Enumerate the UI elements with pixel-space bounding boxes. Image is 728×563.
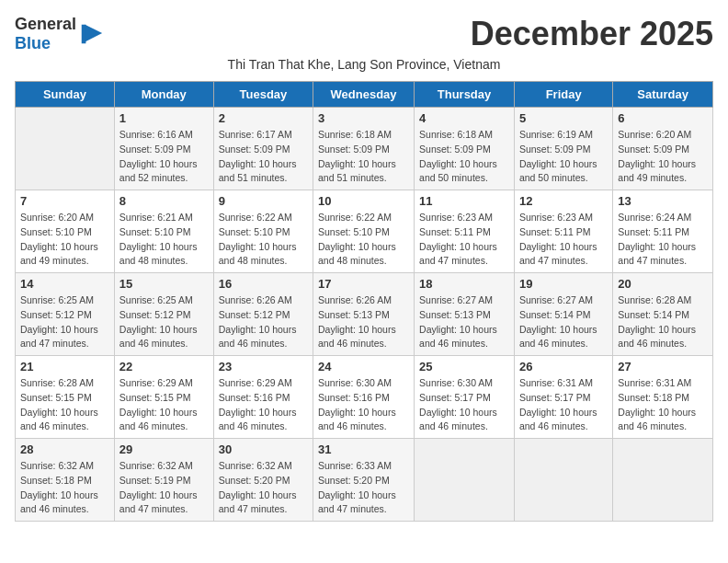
day-number: 31 <box>318 442 409 456</box>
logo-icon <box>78 21 104 47</box>
calendar-week-row: 21Sunrise: 6:28 AMSunset: 5:15 PMDayligh… <box>16 356 713 439</box>
calendar-cell: 20Sunrise: 6:28 AMSunset: 5:14 PMDayligh… <box>613 273 713 356</box>
calendar-week-row: 14Sunrise: 6:25 AMSunset: 5:12 PMDayligh… <box>16 273 713 356</box>
day-detail: Sunrise: 6:16 AMSunset: 5:09 PMDaylight:… <box>119 128 209 186</box>
day-number: 23 <box>219 360 308 373</box>
calendar-cell: 8Sunrise: 6:21 AMSunset: 5:10 PMDaylight… <box>114 190 213 273</box>
day-number: 27 <box>618 360 708 373</box>
month-title: December 2025 <box>471 15 713 53</box>
calendar-cell: 3Sunrise: 6:18 AMSunset: 5:09 PMDaylight… <box>313 108 415 190</box>
svg-rect-1 <box>82 25 86 44</box>
day-detail: Sunrise: 6:25 AMSunset: 5:12 PMDaylight:… <box>119 293 209 351</box>
day-number: 13 <box>618 194 708 208</box>
day-number: 26 <box>519 360 608 373</box>
calendar-cell: 18Sunrise: 6:27 AMSunset: 5:13 PMDayligh… <box>415 273 515 356</box>
day-detail: Sunrise: 6:27 AMSunset: 5:13 PMDaylight:… <box>419 293 509 351</box>
day-number: 11 <box>419 194 509 208</box>
calendar-cell: 6Sunrise: 6:20 AMSunset: 5:09 PMDaylight… <box>613 108 713 190</box>
day-detail: Sunrise: 6:21 AMSunset: 5:10 PMDaylight:… <box>119 211 209 269</box>
calendar-table: SundayMondayTuesdayWednesdayThursdayFrid… <box>15 81 713 522</box>
day-detail: Sunrise: 6:30 AMSunset: 5:16 PMDaylight:… <box>318 376 409 434</box>
calendar-cell: 1Sunrise: 6:16 AMSunset: 5:09 PMDaylight… <box>114 108 213 190</box>
calendar-cell: 9Sunrise: 6:22 AMSunset: 5:10 PMDaylight… <box>213 190 313 273</box>
calendar-cell: 10Sunrise: 6:22 AMSunset: 5:10 PMDayligh… <box>313 190 415 273</box>
calendar-cell <box>16 108 115 190</box>
subtitle: Thi Tran That Khe, Lang Son Province, Vi… <box>15 57 713 72</box>
calendar-cell: 31Sunrise: 6:33 AMSunset: 5:20 PMDayligh… <box>313 439 415 522</box>
day-number: 25 <box>419 360 509 373</box>
day-number: 10 <box>318 194 409 208</box>
day-detail: Sunrise: 6:20 AMSunset: 5:09 PMDaylight:… <box>618 128 708 186</box>
calendar-cell: 14Sunrise: 6:25 AMSunset: 5:12 PMDayligh… <box>16 273 115 356</box>
day-number: 8 <box>119 194 209 208</box>
day-number: 18 <box>419 277 509 291</box>
logo-text: General Blue <box>15 15 76 53</box>
calendar-week-row: 28Sunrise: 6:32 AMSunset: 5:18 PMDayligh… <box>16 439 713 522</box>
day-number: 28 <box>20 442 109 456</box>
calendar-week-row: 7Sunrise: 6:20 AMSunset: 5:10 PMDaylight… <box>16 190 713 273</box>
page-header: General Blue December 2025 <box>15 15 713 53</box>
day-number: 14 <box>20 277 109 291</box>
calendar-cell: 15Sunrise: 6:25 AMSunset: 5:12 PMDayligh… <box>114 273 213 356</box>
day-detail: Sunrise: 6:26 AMSunset: 5:12 PMDaylight:… <box>219 293 308 351</box>
day-number: 29 <box>119 442 209 456</box>
calendar-cell: 30Sunrise: 6:32 AMSunset: 5:20 PMDayligh… <box>213 439 313 522</box>
svg-marker-0 <box>85 25 103 42</box>
day-detail: Sunrise: 6:22 AMSunset: 5:10 PMDaylight:… <box>318 211 409 269</box>
day-detail: Sunrise: 6:29 AMSunset: 5:16 PMDaylight:… <box>219 376 308 434</box>
calendar-cell: 21Sunrise: 6:28 AMSunset: 5:15 PMDayligh… <box>16 356 115 439</box>
day-detail: Sunrise: 6:26 AMSunset: 5:13 PMDaylight:… <box>318 293 409 351</box>
day-detail: Sunrise: 6:29 AMSunset: 5:15 PMDaylight:… <box>119 376 209 434</box>
day-number: 12 <box>519 194 608 208</box>
calendar-cell: 23Sunrise: 6:29 AMSunset: 5:16 PMDayligh… <box>213 356 313 439</box>
calendar-cell <box>514 439 612 522</box>
day-detail: Sunrise: 6:22 AMSunset: 5:10 PMDaylight:… <box>219 211 308 269</box>
day-detail: Sunrise: 6:28 AMSunset: 5:14 PMDaylight:… <box>618 293 708 351</box>
logo-general: General <box>15 15 76 33</box>
day-detail: Sunrise: 6:24 AMSunset: 5:11 PMDaylight:… <box>618 211 708 269</box>
day-detail: Sunrise: 6:28 AMSunset: 5:15 PMDaylight:… <box>20 376 109 434</box>
logo-blue: Blue <box>15 34 51 52</box>
day-detail: Sunrise: 6:32 AMSunset: 5:19 PMDaylight:… <box>119 459 209 517</box>
day-detail: Sunrise: 6:32 AMSunset: 5:18 PMDaylight:… <box>20 459 109 517</box>
day-detail: Sunrise: 6:33 AMSunset: 5:20 PMDaylight:… <box>318 459 409 517</box>
calendar-cell: 5Sunrise: 6:19 AMSunset: 5:09 PMDaylight… <box>514 108 612 190</box>
day-detail: Sunrise: 6:25 AMSunset: 5:12 PMDaylight:… <box>20 293 109 351</box>
day-number: 16 <box>219 277 308 291</box>
day-detail: Sunrise: 6:23 AMSunset: 5:11 PMDaylight:… <box>419 211 509 269</box>
day-number: 6 <box>618 111 708 125</box>
day-number: 4 <box>419 111 509 125</box>
day-of-week-header: Tuesday <box>213 82 313 108</box>
day-number: 20 <box>618 277 708 291</box>
day-number: 19 <box>519 277 608 291</box>
calendar-cell: 19Sunrise: 6:27 AMSunset: 5:14 PMDayligh… <box>514 273 612 356</box>
day-number: 9 <box>219 194 308 208</box>
day-detail: Sunrise: 6:18 AMSunset: 5:09 PMDaylight:… <box>318 128 409 186</box>
calendar-cell: 12Sunrise: 6:23 AMSunset: 5:11 PMDayligh… <box>514 190 612 273</box>
calendar-cell: 4Sunrise: 6:18 AMSunset: 5:09 PMDaylight… <box>415 108 515 190</box>
day-number: 21 <box>20 360 109 373</box>
calendar-cell: 11Sunrise: 6:23 AMSunset: 5:11 PMDayligh… <box>415 190 515 273</box>
day-detail: Sunrise: 6:19 AMSunset: 5:09 PMDaylight:… <box>519 128 608 186</box>
day-detail: Sunrise: 6:31 AMSunset: 5:18 PMDaylight:… <box>618 376 708 434</box>
day-number: 15 <box>119 277 209 291</box>
logo: General Blue <box>15 15 104 53</box>
day-detail: Sunrise: 6:32 AMSunset: 5:20 PMDaylight:… <box>219 459 308 517</box>
calendar-cell: 27Sunrise: 6:31 AMSunset: 5:18 PMDayligh… <box>613 356 713 439</box>
day-detail: Sunrise: 6:17 AMSunset: 5:09 PMDaylight:… <box>219 128 308 186</box>
day-number: 3 <box>318 111 409 125</box>
calendar-cell: 26Sunrise: 6:31 AMSunset: 5:17 PMDayligh… <box>514 356 612 439</box>
calendar-cell: 22Sunrise: 6:29 AMSunset: 5:15 PMDayligh… <box>114 356 213 439</box>
day-number: 7 <box>20 194 109 208</box>
day-of-week-header: Monday <box>114 82 213 108</box>
day-number: 2 <box>219 111 308 125</box>
calendar-header-row: SundayMondayTuesdayWednesdayThursdayFrid… <box>16 82 713 108</box>
calendar-cell: 13Sunrise: 6:24 AMSunset: 5:11 PMDayligh… <box>613 190 713 273</box>
day-of-week-header: Friday <box>514 82 612 108</box>
calendar-cell <box>415 439 515 522</box>
day-detail: Sunrise: 6:23 AMSunset: 5:11 PMDaylight:… <box>519 211 608 269</box>
day-number: 24 <box>318 360 409 373</box>
day-number: 1 <box>119 111 209 125</box>
day-of-week-header: Thursday <box>415 82 515 108</box>
day-detail: Sunrise: 6:30 AMSunset: 5:17 PMDaylight:… <box>419 376 509 434</box>
